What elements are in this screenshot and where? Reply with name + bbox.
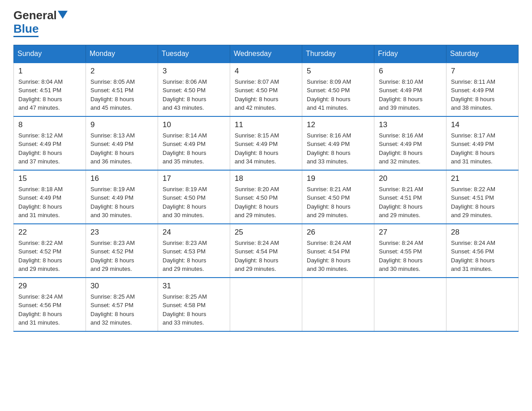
day-info: Sunrise: 8:13 AM Sunset: 4:49 PM Dayligh… xyxy=(90,131,153,166)
day-number: 29 xyxy=(18,282,81,291)
calendar-day-cell xyxy=(446,278,519,331)
day-info: Sunrise: 8:24 AM Sunset: 4:54 PM Dayligh… xyxy=(235,239,297,274)
calendar-day-cell: 25 Sunrise: 8:24 AM Sunset: 4:54 PM Dayl… xyxy=(230,224,302,278)
calendar-day-cell: 3 Sunrise: 8:06 AM Sunset: 4:50 PM Dayli… xyxy=(158,63,230,116)
day-info: Sunrise: 8:23 AM Sunset: 4:53 PM Dayligh… xyxy=(163,239,225,274)
day-number: 1 xyxy=(18,67,81,76)
day-number: 31 xyxy=(163,282,225,291)
day-number: 24 xyxy=(163,228,225,237)
calendar-day-cell: 17 Sunrise: 8:19 AM Sunset: 4:50 PM Dayl… xyxy=(158,170,230,224)
day-info: Sunrise: 8:11 AM Sunset: 4:49 PM Dayligh… xyxy=(451,77,514,112)
day-number: 22 xyxy=(18,228,81,237)
day-number: 3 xyxy=(163,67,225,76)
day-number: 20 xyxy=(379,174,442,183)
day-number: 23 xyxy=(90,228,153,237)
calendar-day-cell: 23 Sunrise: 8:23 AM Sunset: 4:52 PM Dayl… xyxy=(86,224,158,278)
day-info: Sunrise: 8:25 AM Sunset: 4:58 PM Dayligh… xyxy=(163,292,225,327)
calendar-day-cell: 15 Sunrise: 8:18 AM Sunset: 4:49 PM Dayl… xyxy=(14,170,86,224)
day-number: 27 xyxy=(379,228,442,237)
day-number: 16 xyxy=(90,174,153,183)
day-number: 19 xyxy=(307,174,369,183)
calendar-header-row: SundayMondayTuesdayWednesdayThursdayFrid… xyxy=(14,45,519,63)
calendar-day-cell: 7 Sunrise: 8:11 AM Sunset: 4:49 PM Dayli… xyxy=(446,63,519,116)
svg-marker-0 xyxy=(58,11,68,19)
day-info: Sunrise: 8:16 AM Sunset: 4:49 PM Dayligh… xyxy=(307,131,369,166)
calendar-day-cell: 16 Sunrise: 8:19 AM Sunset: 4:49 PM Dayl… xyxy=(86,170,158,224)
day-info: Sunrise: 8:24 AM Sunset: 4:56 PM Dayligh… xyxy=(18,292,81,327)
logo-text-general: General xyxy=(13,9,57,22)
weekday-header-thursday: Thursday xyxy=(302,45,374,63)
calendar-day-cell: 22 Sunrise: 8:22 AM Sunset: 4:52 PM Dayl… xyxy=(14,224,86,278)
calendar-day-cell: 27 Sunrise: 8:24 AM Sunset: 4:55 PM Dayl… xyxy=(374,224,446,278)
day-info: Sunrise: 8:09 AM Sunset: 4:50 PM Dayligh… xyxy=(307,77,369,112)
day-info: Sunrise: 8:25 AM Sunset: 4:57 PM Dayligh… xyxy=(90,292,153,327)
day-number: 5 xyxy=(307,67,369,76)
logo: General Blue xyxy=(13,9,68,36)
day-info: Sunrise: 8:17 AM Sunset: 4:49 PM Dayligh… xyxy=(451,131,514,166)
calendar-week-row: 22 Sunrise: 8:22 AM Sunset: 4:52 PM Dayl… xyxy=(14,224,519,278)
calendar-day-cell: 4 Sunrise: 8:07 AM Sunset: 4:50 PM Dayli… xyxy=(230,63,302,116)
day-info: Sunrise: 8:23 AM Sunset: 4:52 PM Dayligh… xyxy=(90,239,153,274)
day-number: 8 xyxy=(18,120,81,129)
day-number: 11 xyxy=(235,120,297,129)
calendar-day-cell xyxy=(374,278,446,331)
calendar-day-cell: 10 Sunrise: 8:14 AM Sunset: 4:49 PM Dayl… xyxy=(158,116,230,170)
day-number: 10 xyxy=(163,120,225,129)
logo-arrow-icon xyxy=(58,11,68,21)
calendar-day-cell: 8 Sunrise: 8:12 AM Sunset: 4:49 PM Dayli… xyxy=(14,116,86,170)
day-info: Sunrise: 8:10 AM Sunset: 4:49 PM Dayligh… xyxy=(379,77,442,112)
day-number: 26 xyxy=(307,228,369,237)
day-number: 9 xyxy=(90,120,153,129)
day-info: Sunrise: 8:18 AM Sunset: 4:49 PM Dayligh… xyxy=(18,185,81,220)
calendar-week-row: 1 Sunrise: 8:04 AM Sunset: 4:51 PM Dayli… xyxy=(14,63,519,116)
calendar-day-cell: 12 Sunrise: 8:16 AM Sunset: 4:49 PM Dayl… xyxy=(302,116,374,170)
calendar-day-cell: 18 Sunrise: 8:20 AM Sunset: 4:50 PM Dayl… xyxy=(230,170,302,224)
calendar-day-cell: 28 Sunrise: 8:24 AM Sunset: 4:56 PM Dayl… xyxy=(446,224,519,278)
day-info: Sunrise: 8:24 AM Sunset: 4:55 PM Dayligh… xyxy=(379,239,442,274)
day-info: Sunrise: 8:24 AM Sunset: 4:56 PM Dayligh… xyxy=(451,239,514,274)
day-info: Sunrise: 8:21 AM Sunset: 4:50 PM Dayligh… xyxy=(307,185,369,220)
calendar-day-cell: 13 Sunrise: 8:16 AM Sunset: 4:49 PM Dayl… xyxy=(374,116,446,170)
calendar-day-cell: 11 Sunrise: 8:15 AM Sunset: 4:49 PM Dayl… xyxy=(230,116,302,170)
calendar-week-row: 15 Sunrise: 8:18 AM Sunset: 4:49 PM Dayl… xyxy=(14,170,519,224)
calendar-day-cell: 26 Sunrise: 8:24 AM Sunset: 4:54 PM Dayl… xyxy=(302,224,374,278)
weekday-header-sunday: Sunday xyxy=(14,45,86,63)
day-number: 21 xyxy=(451,174,514,183)
calendar-day-cell: 21 Sunrise: 8:22 AM Sunset: 4:51 PM Dayl… xyxy=(446,170,519,224)
day-number: 15 xyxy=(18,174,81,183)
day-info: Sunrise: 8:19 AM Sunset: 4:50 PM Dayligh… xyxy=(163,185,225,220)
weekday-header-friday: Friday xyxy=(374,45,446,63)
day-number: 18 xyxy=(235,174,297,183)
weekday-header-monday: Monday xyxy=(86,45,158,63)
day-number: 2 xyxy=(90,67,153,76)
day-info: Sunrise: 8:20 AM Sunset: 4:50 PM Dayligh… xyxy=(235,185,297,220)
day-info: Sunrise: 8:16 AM Sunset: 4:49 PM Dayligh… xyxy=(379,131,442,166)
weekday-header-saturday: Saturday xyxy=(446,45,519,63)
calendar-day-cell: 6 Sunrise: 8:10 AM Sunset: 4:49 PM Dayli… xyxy=(374,63,446,116)
day-info: Sunrise: 8:22 AM Sunset: 4:51 PM Dayligh… xyxy=(451,185,514,220)
day-info: Sunrise: 8:19 AM Sunset: 4:49 PM Dayligh… xyxy=(90,185,153,220)
day-number: 17 xyxy=(163,174,225,183)
calendar-day-cell: 30 Sunrise: 8:25 AM Sunset: 4:57 PM Dayl… xyxy=(86,278,158,331)
weekday-header-tuesday: Tuesday xyxy=(158,45,230,63)
day-info: Sunrise: 8:24 AM Sunset: 4:54 PM Dayligh… xyxy=(307,239,369,274)
day-number: 4 xyxy=(235,67,297,76)
calendar-day-cell xyxy=(302,278,374,331)
day-number: 25 xyxy=(235,228,297,237)
day-number: 6 xyxy=(379,67,442,76)
day-number: 14 xyxy=(451,120,514,129)
calendar-day-cell: 5 Sunrise: 8:09 AM Sunset: 4:50 PM Dayli… xyxy=(302,63,374,116)
calendar-day-cell: 24 Sunrise: 8:23 AM Sunset: 4:53 PM Dayl… xyxy=(158,224,230,278)
day-number: 28 xyxy=(451,228,514,237)
day-info: Sunrise: 8:04 AM Sunset: 4:51 PM Dayligh… xyxy=(18,77,81,112)
day-number: 12 xyxy=(307,120,369,129)
calendar-day-cell: 2 Sunrise: 8:05 AM Sunset: 4:51 PM Dayli… xyxy=(86,63,158,116)
calendar-day-cell: 31 Sunrise: 8:25 AM Sunset: 4:58 PM Dayl… xyxy=(158,278,230,331)
calendar-day-cell: 29 Sunrise: 8:24 AM Sunset: 4:56 PM Dayl… xyxy=(14,278,86,331)
day-number: 7 xyxy=(451,67,514,76)
calendar-day-cell: 9 Sunrise: 8:13 AM Sunset: 4:49 PM Dayli… xyxy=(86,116,158,170)
day-info: Sunrise: 8:12 AM Sunset: 4:49 PM Dayligh… xyxy=(18,131,81,166)
weekday-header-wednesday: Wednesday xyxy=(230,45,302,63)
day-number: 13 xyxy=(379,120,442,129)
calendar-day-cell: 14 Sunrise: 8:17 AM Sunset: 4:49 PM Dayl… xyxy=(446,116,519,170)
